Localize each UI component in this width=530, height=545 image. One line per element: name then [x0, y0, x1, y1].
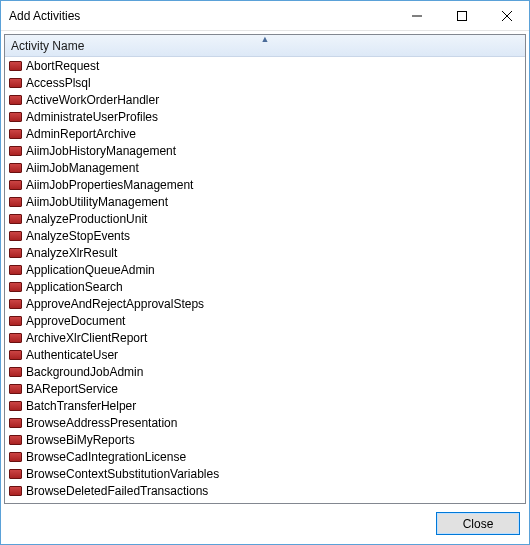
dialog-content: ▲ Activity Name AbortRequestAccessPlsqlA…	[1, 31, 529, 544]
activity-name: AiimJobUtilityManagement	[26, 195, 168, 209]
list-item[interactable]: AiimJobHistoryManagement	[5, 142, 525, 159]
list-item[interactable]: AuthenticateUser	[5, 346, 525, 363]
activity-name: BrowseCadIntegrationLicense	[26, 450, 186, 464]
activity-icon	[9, 265, 22, 275]
activity-icon	[9, 95, 22, 105]
activity-icon	[9, 180, 22, 190]
list-item[interactable]: BrowseDeletedFailedTransactions	[5, 482, 525, 499]
button-bar: Close	[4, 504, 526, 541]
activity-name: BrowseBiMyReports	[26, 433, 135, 447]
column-header-label: Activity Name	[5, 39, 84, 53]
list-item[interactable]: AdministrateUserProfiles	[5, 108, 525, 125]
activity-list: ▲ Activity Name AbortRequestAccessPlsqlA…	[4, 34, 526, 504]
list-item[interactable]: ActiveWorkOrderHandler	[5, 91, 525, 108]
list-item[interactable]: BrowseBiMyReports	[5, 431, 525, 448]
close-button[interactable]: Close	[436, 512, 520, 535]
activity-icon	[9, 418, 22, 428]
activity-name: BatchTransferHelper	[26, 399, 136, 413]
activity-icon	[9, 401, 22, 411]
activity-name: AiimJobPropertiesManagement	[26, 178, 193, 192]
maximize-button[interactable]	[439, 1, 484, 30]
activity-list-scroll[interactable]: AbortRequestAccessPlsqlActiveWorkOrderHa…	[5, 57, 525, 503]
activity-name: AccessPlsql	[26, 76, 91, 90]
activity-name: BrowseContextSubstitutionVariables	[26, 467, 219, 481]
list-item[interactable]: ApplicationSearch	[5, 278, 525, 295]
sort-ascending-icon: ▲	[261, 35, 270, 44]
activity-name: BrowseDeletedFailedTransactions	[26, 484, 208, 498]
activity-name: BAReportService	[26, 382, 118, 396]
list-item[interactable]: BatchTransferHelper	[5, 397, 525, 414]
maximize-icon	[457, 11, 467, 21]
activity-name: AdministrateUserProfiles	[26, 110, 158, 124]
activity-name: ApplicationQueueAdmin	[26, 263, 155, 277]
activity-icon	[9, 435, 22, 445]
list-item[interactable]: AnalyzeXlrResult	[5, 244, 525, 261]
activity-icon	[9, 112, 22, 122]
activity-icon	[9, 146, 22, 156]
list-item[interactable]: AccessPlsql	[5, 74, 525, 91]
list-item[interactable]: BrowseCadIntegrationLicense	[5, 448, 525, 465]
activity-name: ApplicationSearch	[26, 280, 123, 294]
activity-name: BackgroundJobAdmin	[26, 365, 143, 379]
activity-name: ApproveDocument	[26, 314, 125, 328]
activity-icon	[9, 163, 22, 173]
list-item[interactable]: AnalyzeStopEvents	[5, 227, 525, 244]
window-title: Add Activities	[9, 9, 394, 23]
activity-name: AnalyzeProductionUnit	[26, 212, 147, 226]
activity-name: ActiveWorkOrderHandler	[26, 93, 159, 107]
activity-icon	[9, 384, 22, 394]
activity-icon	[9, 78, 22, 88]
add-activities-dialog: Add Activities ▲ Activity Name AbortRequ…	[0, 0, 530, 545]
activity-icon	[9, 214, 22, 224]
activity-icon	[9, 299, 22, 309]
list-item[interactable]: ApproveDocument	[5, 312, 525, 329]
activity-icon	[9, 282, 22, 292]
activity-icon	[9, 248, 22, 258]
activity-icon	[9, 129, 22, 139]
list-item[interactable]: AiimJobUtilityManagement	[5, 193, 525, 210]
activity-icon	[9, 367, 22, 377]
activity-name: AiimJobHistoryManagement	[26, 144, 176, 158]
close-icon	[502, 11, 512, 21]
close-window-button[interactable]	[484, 1, 529, 30]
list-item[interactable]: BackgroundJobAdmin	[5, 363, 525, 380]
list-item[interactable]: BrowseContextSubstitutionVariables	[5, 465, 525, 482]
close-button-label: Close	[463, 517, 494, 531]
activity-icon	[9, 452, 22, 462]
list-item[interactable]: BAReportService	[5, 380, 525, 397]
list-item[interactable]: ArchiveXlrClientReport	[5, 329, 525, 346]
list-item[interactable]: AdminReportArchive	[5, 125, 525, 142]
column-header-activity-name[interactable]: ▲ Activity Name	[5, 35, 525, 57]
activity-name: ApproveAndRejectApprovalSteps	[26, 297, 204, 311]
activity-name: AnalyzeStopEvents	[26, 229, 130, 243]
activity-icon	[9, 231, 22, 241]
list-item[interactable]: AbortRequest	[5, 57, 525, 74]
list-item[interactable]: AiimJobManagement	[5, 159, 525, 176]
activity-name: ArchiveXlrClientReport	[26, 331, 147, 345]
titlebar: Add Activities	[1, 1, 529, 31]
window-controls	[394, 1, 529, 30]
activity-name: BrowseAddressPresentation	[26, 416, 177, 430]
activity-icon	[9, 469, 22, 479]
list-item[interactable]: AiimJobPropertiesManagement	[5, 176, 525, 193]
activity-icon	[9, 333, 22, 343]
list-item[interactable]: ApproveAndRejectApprovalSteps	[5, 295, 525, 312]
activity-name: AuthenticateUser	[26, 348, 118, 362]
list-item[interactable]: BrowseAddressPresentation	[5, 414, 525, 431]
list-item[interactable]: ApplicationQueueAdmin	[5, 261, 525, 278]
activity-name: AnalyzeXlrResult	[26, 246, 117, 260]
activity-icon	[9, 61, 22, 71]
minimize-icon	[412, 11, 422, 21]
list-item[interactable]: AnalyzeProductionUnit	[5, 210, 525, 227]
minimize-button[interactable]	[394, 1, 439, 30]
activity-icon	[9, 316, 22, 326]
activity-name: AiimJobManagement	[26, 161, 139, 175]
activity-icon	[9, 197, 22, 207]
activity-icon	[9, 486, 22, 496]
activity-icon	[9, 350, 22, 360]
activity-name: AdminReportArchive	[26, 127, 136, 141]
svg-rect-1	[457, 11, 466, 20]
activity-name: AbortRequest	[26, 59, 99, 73]
